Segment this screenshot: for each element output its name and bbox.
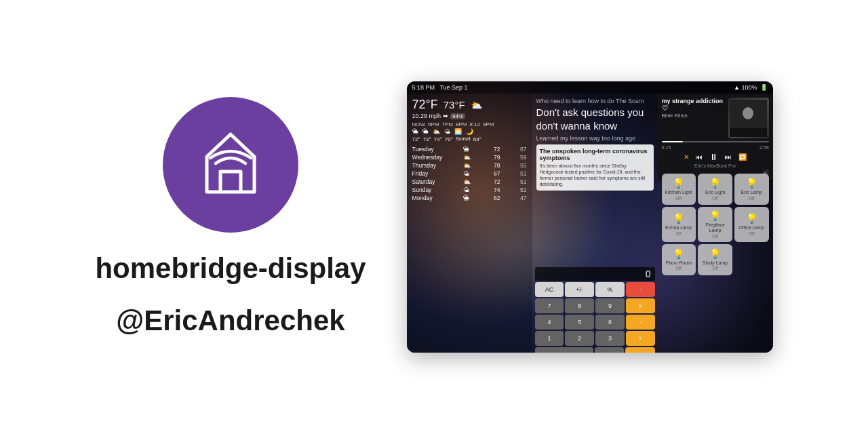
- album-image: [728, 98, 769, 138]
- fireplace-lamp-label: Fireplace Lamp: [700, 222, 730, 234]
- music-device: Eric's MacBook Pro: [662, 163, 769, 168]
- lyrics-panel: Who need to learn how to do The Scarn Do…: [532, 94, 658, 264]
- calc-6[interactable]: 6: [595, 315, 625, 330]
- music-heart-icon: ♡: [662, 104, 668, 112]
- shuffle-button[interactable]: ✕: [684, 153, 689, 161]
- music-times: 0:15 2:59: [662, 145, 769, 150]
- left-section: homebridge-display @EricAndrechek: [95, 97, 366, 337]
- music-progress-fill: [662, 141, 684, 142]
- next-button[interactable]: ⏭: [725, 153, 732, 161]
- homebridge-logo-svg: [190, 124, 271, 205]
- calc-1[interactable]: 1: [535, 331, 564, 346]
- music-artist: Billie Eilish: [662, 113, 726, 119]
- repeat-button[interactable]: 🔁: [738, 153, 747, 161]
- lyrics-next-line: Learned my lesson way too long ago: [536, 135, 654, 142]
- calc-display: 0: [535, 267, 655, 281]
- kitchen-light-button[interactable]: 💡 Kitchen Light Off: [662, 174, 696, 205]
- music-time-total: 2:59: [760, 145, 769, 150]
- battery-icon: 🔋: [760, 84, 768, 91]
- music-panel: my strange addiction ♡ Billie Eilish: [658, 94, 773, 180]
- calc-8[interactable]: 8: [565, 298, 594, 313]
- office-lamp-label: Office Lamp: [738, 225, 764, 231]
- status-indicators: ▲ 100% 🔋: [734, 84, 767, 91]
- status-time: 5:18 PM Tue Sep 1: [412, 84, 468, 91]
- calc-percent[interactable]: %: [595, 282, 625, 297]
- lyrics-current: Don't ask questions you don't wanna know: [536, 106, 654, 132]
- study-lamp-button[interactable]: 💡 Study Lamp Off: [698, 244, 732, 275]
- hourly-times: NOW 6PM 7PM 8PM 8:12 9PM: [412, 121, 527, 127]
- page-container: homebridge-display @EricAndrechek 5:18 P…: [0, 0, 868, 434]
- piano-room-label: Piano Room: [666, 260, 692, 266]
- calc-3[interactable]: 3: [595, 331, 625, 346]
- office-lamp-icon: 💡: [746, 213, 757, 224]
- ipad-screenshot: 5:18 PM Tue Sep 1 ▲ 100% 🔋 72°F 73°F ⛅ 1…: [407, 81, 773, 353]
- calc-plusminus[interactable]: +/-: [565, 282, 594, 297]
- svg-rect-2: [730, 128, 767, 137]
- study-lamp-label: Study Lamp: [703, 260, 728, 266]
- calc-9[interactable]: 9: [595, 298, 625, 313]
- emma-lamp-status: Off: [676, 231, 682, 236]
- article-title: The unspoken long-term coronavirus sympt…: [540, 148, 650, 161]
- home-controls-grid: 💡 Kitchen Light Off 💡 Eric Light Off 💡 E…: [660, 172, 770, 277]
- calc-2[interactable]: 2: [565, 331, 594, 346]
- music-song-title: my strange addiction ♡: [662, 98, 726, 112]
- eric-lamp-status: Off: [749, 196, 755, 201]
- calc-7[interactable]: 7: [535, 298, 564, 313]
- feels-like-temp: 73°F: [443, 99, 465, 111]
- calc-multiply[interactable]: x: [626, 298, 655, 313]
- daily-row: Sunday🌤7452: [412, 186, 527, 194]
- status-bar: 5:18 PM Tue Sep 1 ▲ 100% 🔋: [407, 81, 773, 94]
- app-handle: @EricAndrechek: [116, 304, 344, 337]
- previous-button[interactable]: ⏮: [696, 153, 703, 161]
- article-body: It's been almost five months since Shelb…: [540, 163, 650, 187]
- eric-lamp-button[interactable]: 💡 Eric Lamp Off: [734, 174, 769, 205]
- music-progress-bar: [662, 141, 769, 142]
- eric-light-button[interactable]: 💡 Eric Light Off: [698, 174, 732, 205]
- calc-minus-op[interactable]: -: [626, 282, 655, 297]
- calc-add[interactable]: +: [626, 331, 655, 346]
- daily-row: Tuesday🌦7287: [412, 145, 527, 153]
- fireplace-lamp-status: Off: [712, 234, 718, 239]
- calc-decimal[interactable]: .: [595, 347, 624, 353]
- humidity-badge: 94%: [450, 113, 465, 119]
- calc-4[interactable]: 4: [535, 315, 564, 330]
- eric-light-status: Off: [712, 196, 718, 201]
- calculator-panel: 0 AC +/- % - 7 8 9 x 4 5 6 -: [532, 264, 658, 353]
- kitchen-light-icon: 💡: [673, 178, 684, 189]
- calc-row-5: 0 . =: [535, 347, 655, 353]
- kitchen-light-status: Off: [676, 196, 682, 201]
- piano-room-icon: 💡: [673, 248, 684, 259]
- weather-temp-row: 72°F 73°F ⛅: [412, 98, 527, 112]
- music-controls: ✕ ⏮ ⏸ ⏭ 🔁: [662, 152, 769, 162]
- calc-0[interactable]: 0: [535, 347, 594, 353]
- calc-equals[interactable]: =: [625, 347, 654, 353]
- play-pause-button[interactable]: ⏸: [709, 152, 718, 162]
- app-logo: [163, 97, 298, 233]
- office-lamp-button[interactable]: 💡 Office Lamp Off: [734, 207, 769, 242]
- emma-lamp-icon: 💡: [673, 213, 684, 224]
- eric-lamp-label: Eric Lamp: [741, 190, 762, 195]
- weather-cloud-icon: ⛅: [471, 100, 482, 111]
- news-article: The unspoken long-term coronavirus sympt…: [536, 144, 654, 191]
- calc-subtract[interactable]: -: [626, 315, 655, 330]
- study-lamp-status: Off: [712, 266, 718, 271]
- music-time-current: 0:15: [662, 145, 671, 150]
- wifi-icon: ▲ 100%: [734, 84, 757, 91]
- album-art-svg: [730, 100, 767, 137]
- eric-lamp-icon: 💡: [746, 178, 757, 189]
- emma-lamp-button[interactable]: 💡 Emma Lamp Off: [662, 207, 696, 242]
- hourly-temps: 72° 73° 74° 70° Sunset 69°: [412, 136, 527, 142]
- calc-row-2: 7 8 9 x: [535, 298, 655, 313]
- eric-light-icon: 💡: [709, 178, 721, 189]
- fireplace-lamp-button[interactable]: 💡 Fireplace Lamp Off: [698, 207, 732, 242]
- calc-row-4: 1 2 3 +: [535, 331, 655, 346]
- daily-row: Monday🌦6247: [412, 194, 527, 202]
- weather-panel: 72°F 73°F ⛅ 10.29 mph ➡ 94% NOW 6PM 7PM …: [407, 94, 532, 353]
- calc-ac[interactable]: AC: [535, 282, 564, 297]
- emma-lamp-label: Emma Lamp: [665, 225, 692, 231]
- calc-5[interactable]: 5: [565, 315, 594, 330]
- office-lamp-status: Off: [749, 231, 755, 236]
- piano-room-button[interactable]: 💡 Piano Room Off: [662, 244, 696, 275]
- app-title: homebridge-display: [95, 252, 366, 285]
- daily-forecast: Tuesday🌦7287 Wednesday⛅7959 Thursday⛅785…: [412, 145, 527, 202]
